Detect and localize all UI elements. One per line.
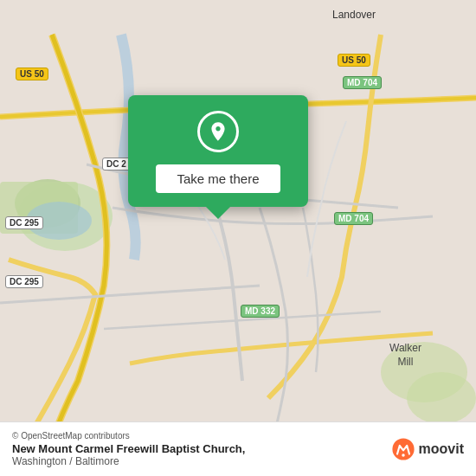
landover-label: Landover — [332, 9, 376, 21]
road-label-dc295-top: DC 295 — [5, 216, 43, 229]
road-label-md332: MD 332 — [241, 305, 280, 318]
location-title: New Mount Carmel Freewill Baptist Church… — [12, 442, 245, 455]
svg-point-8 — [402, 453, 405, 457]
road-label-dc295-bot: DC 295 — [5, 275, 43, 288]
moovit-logo: moovit — [391, 437, 464, 461]
bottom-bar: © OpenStreetMap contributors New Mount C… — [0, 421, 476, 476]
location-pin-icon — [207, 120, 229, 143]
road-label-md704-top: MD 704 — [343, 76, 382, 89]
bottom-left: © OpenStreetMap contributors New Mount C… — [12, 431, 245, 467]
location-icon-circle — [197, 111, 239, 152]
road-label-dc2: DC 2 — [102, 158, 131, 170]
map-container: US 50 US 50 MD 704 MD 704 MD 332 DC 295 … — [0, 0, 476, 476]
popup-card: Take me there — [128, 95, 308, 207]
take-me-there-button[interactable]: Take me there — [156, 164, 280, 193]
openstreetmap-credit: © OpenStreetMap contributors — [12, 431, 245, 441]
map-background — [0, 0, 476, 476]
location-subtitle: Washington / Baltimore — [12, 455, 245, 467]
road-label-us50-left: US 50 — [16, 68, 48, 80]
walker-mill-label: WalkerMill — [389, 342, 421, 369]
road-label-md704-mid: MD 704 — [334, 212, 373, 225]
road-label-us50-right: US 50 — [338, 54, 370, 67]
moovit-icon — [391, 437, 415, 461]
moovit-text: moovit — [419, 441, 464, 457]
svg-point-5 — [407, 372, 476, 424]
